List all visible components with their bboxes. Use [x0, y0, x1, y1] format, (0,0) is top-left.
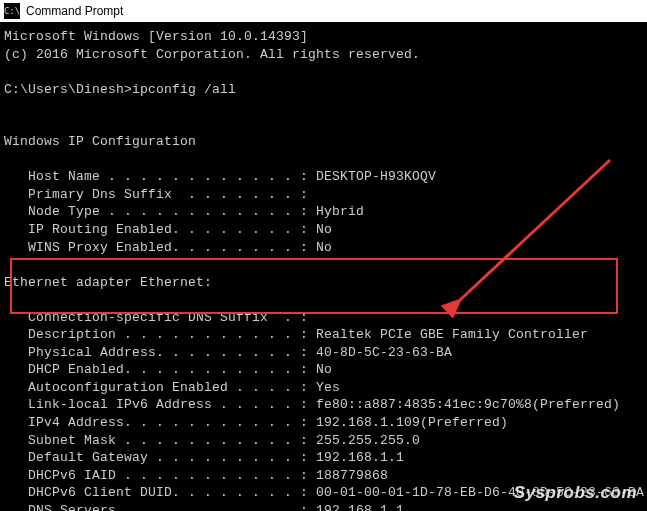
terminal-line — [4, 63, 643, 81]
watermark-text: Sysprobs.com — [514, 483, 637, 503]
terminal-line — [4, 151, 643, 169]
window-title: Command Prompt — [26, 4, 123, 18]
window-title-bar[interactable]: C:\ Command Prompt — [0, 0, 647, 22]
terminal-line — [4, 116, 643, 134]
terminal-line: WINS Proxy Enabled. . . . . . . . : No — [4, 239, 643, 257]
terminal-line: Connection-specific DNS Suffix . : — [4, 309, 643, 327]
terminal-line: IP Routing Enabled. . . . . . . . : No — [4, 221, 643, 239]
cmd-icon: C:\ — [4, 3, 20, 19]
terminal-line: Autoconfiguration Enabled . . . . : Yes — [4, 379, 643, 397]
terminal-line: DHCP Enabled. . . . . . . . . . . : No — [4, 361, 643, 379]
terminal-line: C:\Users\Dinesh>ipconfig /all — [4, 81, 643, 99]
terminal-line: Subnet Mask . . . . . . . . . . . : 255.… — [4, 432, 643, 450]
terminal-line: DHCPv6 IAID . . . . . . . . . . . : 1887… — [4, 467, 643, 485]
terminal-line: Ethernet adapter Ethernet: — [4, 274, 643, 292]
terminal-line: IPv4 Address. . . . . . . . . . . : 192.… — [4, 414, 643, 432]
terminal-line: (c) 2016 Microsoft Corporation. All righ… — [4, 46, 643, 64]
terminal-line: Default Gateway . . . . . . . . . : 192.… — [4, 449, 643, 467]
terminal-line: Description . . . . . . . . . . . : Real… — [4, 326, 643, 344]
terminal-line: Primary Dns Suffix . . . . . . . : — [4, 186, 643, 204]
terminal-line: Physical Address. . . . . . . . . : 40-8… — [4, 344, 643, 362]
terminal-line: Node Type . . . . . . . . . . . . : Hybr… — [4, 203, 643, 221]
terminal-line: DNS Servers . . . . . . . . . . . : 192.… — [4, 502, 643, 511]
terminal-line — [4, 291, 643, 309]
terminal-line: Microsoft Windows [Version 10.0.14393] — [4, 28, 643, 46]
terminal-output[interactable]: Microsoft Windows [Version 10.0.14393](c… — [0, 22, 647, 511]
terminal-line — [4, 256, 643, 274]
terminal-line: Link-local IPv6 Address . . . . . : fe80… — [4, 396, 643, 414]
terminal-line — [4, 98, 643, 116]
terminal-line: Windows IP Configuration — [4, 133, 643, 151]
terminal-line: Host Name . . . . . . . . . . . . : DESK… — [4, 168, 643, 186]
